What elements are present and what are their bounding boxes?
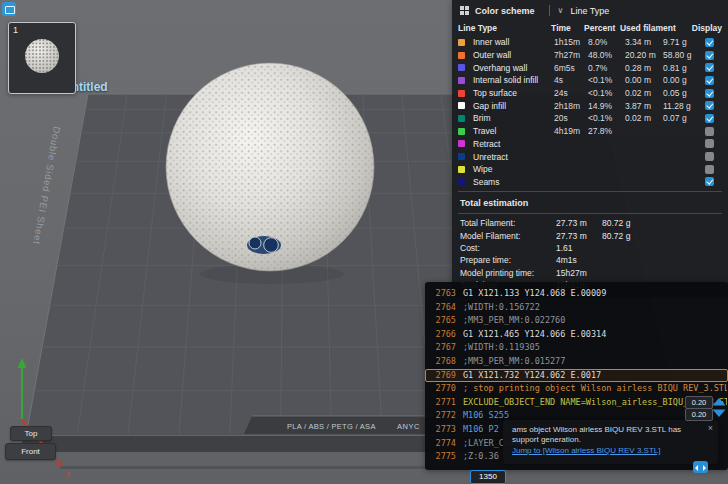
total-row: Cost: 1.61 bbox=[452, 242, 728, 254]
display-checkbox[interactable] bbox=[705, 38, 714, 47]
gcode-line[interactable]: 2764;WIDTH:0.156722 bbox=[425, 301, 728, 315]
notification-text: support generation. bbox=[512, 435, 709, 445]
total-value: 4m1s bbox=[556, 255, 602, 265]
total-row: Model printing time: 15h27m bbox=[452, 266, 728, 278]
gcode-line[interactable]: 2765;MM3_PER_MM:0.022760 bbox=[425, 314, 728, 328]
line-type-swatch bbox=[458, 52, 465, 59]
used-m-value: 0.02 m bbox=[625, 88, 663, 98]
time-value: 1h15m bbox=[554, 37, 588, 47]
move-slider-handle[interactable] bbox=[693, 461, 708, 473]
line-type-swatch bbox=[458, 166, 465, 173]
display-checkbox[interactable] bbox=[705, 76, 714, 85]
gcode-line-number: 2775 bbox=[430, 451, 456, 463]
gcode-line[interactable]: 2766G1 X121.465 Y124.066 E.00314 bbox=[425, 328, 728, 342]
layer-height-badge-bottom: 0.20 bbox=[685, 408, 713, 421]
legend-row: Internal solid infill 4s <0.1% 0.00 m 0.… bbox=[452, 74, 728, 87]
used-g-value: 58.80 g bbox=[663, 50, 697, 60]
line-type-swatch bbox=[458, 178, 465, 185]
display-checkbox[interactable] bbox=[705, 139, 714, 148]
line-type-label: Seams bbox=[473, 177, 554, 187]
notification-text: ams object Wilson airless BIQU REV 3.STL… bbox=[512, 425, 709, 435]
percent-value: <0.1% bbox=[588, 88, 625, 98]
gcode-line-number: 2768 bbox=[430, 356, 456, 368]
line-type-label: Internal solid infill bbox=[473, 75, 554, 85]
gcode-line[interactable]: 2770; stop printing object Wilson airles… bbox=[425, 382, 728, 396]
view-top-button[interactable]: Top bbox=[10, 426, 52, 441]
used-m-value: 3.87 m bbox=[625, 101, 663, 111]
line-type-swatch bbox=[458, 64, 465, 71]
legend-row: Overhang wall 6m5s 0.7% 0.28 m 0.81 g bbox=[452, 61, 728, 74]
view-front-button[interactable]: Front bbox=[5, 443, 56, 460]
display-checkbox[interactable] bbox=[705, 63, 714, 72]
axis-x-label: x bbox=[66, 469, 71, 479]
total-row: Prepare time: 4m1s bbox=[452, 254, 728, 266]
time-value: 20s bbox=[554, 113, 588, 123]
display-checkbox[interactable] bbox=[705, 177, 714, 186]
display-checkbox[interactable] bbox=[705, 114, 714, 123]
gcode-line-text: G1 X121.465 Y124.066 E.00314 bbox=[463, 329, 606, 341]
used-m-value: 3.34 m bbox=[625, 37, 663, 47]
time-value: 6m5s bbox=[554, 63, 588, 73]
line-type-swatch bbox=[458, 128, 465, 135]
gcode-line-text: ;MM3_PER_MM:0.015277 bbox=[463, 356, 565, 368]
total-label: Total Filament: bbox=[460, 218, 556, 228]
total-value: 80.72 g bbox=[602, 231, 720, 241]
gcode-line[interactable]: 2767;WIDTH:0.119305 bbox=[425, 341, 728, 355]
col-percent: Percent bbox=[584, 23, 620, 33]
percent-value: 14.9% bbox=[588, 101, 625, 111]
col-display: Display bbox=[692, 23, 722, 33]
display-checkbox[interactable] bbox=[705, 101, 714, 110]
gcode-line-number: 2763 bbox=[430, 288, 456, 300]
line-type-swatch bbox=[458, 115, 465, 122]
gcode-line-number: 2771 bbox=[430, 397, 456, 409]
view-type-dropdown[interactable]: Line Type bbox=[570, 6, 609, 16]
col-time: Time bbox=[551, 23, 584, 33]
total-row: Model Filament: 27.73 m 80.72 g bbox=[452, 230, 728, 242]
gcode-line[interactable]: 2763G1 X121.133 Y124.068 E.00009 bbox=[425, 287, 728, 301]
plate-material-label: PLA / ABS / PETG / ASA bbox=[287, 422, 376, 431]
percent-value: 0.7% bbox=[588, 63, 625, 73]
display-checkbox[interactable] bbox=[705, 165, 714, 174]
jump-to-object-link[interactable]: Jump to [Wilson airless BIQU REV 3.STL] bbox=[512, 445, 709, 456]
gcode-line-number: 2774 bbox=[430, 438, 456, 450]
line-type-swatch bbox=[458, 102, 465, 109]
used-g-value: 0.00 g bbox=[663, 75, 697, 85]
line-type-label: Gap infill bbox=[473, 101, 554, 111]
time-value: 7h27m bbox=[554, 50, 588, 60]
legend-row: Retract bbox=[452, 138, 728, 151]
legend-row: Brim 20s <0.1% 0.02 m 0.07 g bbox=[452, 112, 728, 125]
used-m-value: 0.02 m bbox=[625, 113, 663, 123]
line-type-swatch bbox=[458, 39, 465, 46]
plate-thumbnail[interactable]: 1 bbox=[8, 22, 76, 94]
display-checkbox[interactable] bbox=[705, 89, 714, 98]
gcode-line[interactable]: 2771EXCLUDE_OBJECT_END NAME=Wilson_airle… bbox=[425, 396, 728, 410]
thumbnails-panel-icon[interactable] bbox=[2, 2, 16, 16]
display-checkbox[interactable] bbox=[705, 152, 714, 161]
legend-row: Top surface 24s <0.1% 0.02 m 0.05 g bbox=[452, 87, 728, 100]
time-value: 24s bbox=[554, 88, 588, 98]
gcode-line-text: ;WIDTH:0.156722 bbox=[463, 302, 540, 314]
separator bbox=[458, 191, 722, 192]
percent-value: <0.1% bbox=[588, 75, 625, 85]
display-checkbox[interactable] bbox=[705, 127, 714, 136]
slicer-preview-viewport[interactable]: Double Sided PEI Sheet PLA / ABS / PETG … bbox=[0, 0, 728, 484]
col-used-filament: Used filament bbox=[620, 23, 692, 33]
gcode-line-text: G1 X121.732 Y124.062 E.0017 bbox=[463, 370, 601, 382]
gcode-line[interactable]: 2768;MM3_PER_MM:0.015277 bbox=[425, 355, 728, 369]
gcode-line-number: 2773 bbox=[430, 424, 456, 436]
close-icon[interactable]: × bbox=[708, 423, 713, 433]
plate-brand-label: ANYC bbox=[397, 422, 420, 431]
total-label: Model printing time: bbox=[460, 268, 556, 278]
time-value: 2h18m bbox=[554, 101, 588, 111]
gcode-line-text: G1 X121.133 Y124.068 E.00009 bbox=[463, 288, 606, 300]
layer-slider-handle[interactable] bbox=[711, 397, 727, 419]
model-sphere[interactable] bbox=[166, 63, 374, 271]
percent-value: 8.0% bbox=[588, 37, 625, 47]
used-m-value: 0.28 m bbox=[625, 63, 663, 73]
legend-row: Outer wall 7h27m 48.0% 20.20 m 58.80 g bbox=[452, 49, 728, 62]
line-type-label: Overhang wall bbox=[473, 63, 554, 73]
total-label: Cost: bbox=[460, 243, 556, 253]
gcode-line-current[interactable]: 2769G1 X121.732 Y124.062 E.0017 bbox=[425, 369, 728, 383]
display-checkbox[interactable] bbox=[705, 51, 714, 60]
preview-legend-panel: Color scheme ∨ Line Type Line Type Time … bbox=[452, 0, 728, 297]
